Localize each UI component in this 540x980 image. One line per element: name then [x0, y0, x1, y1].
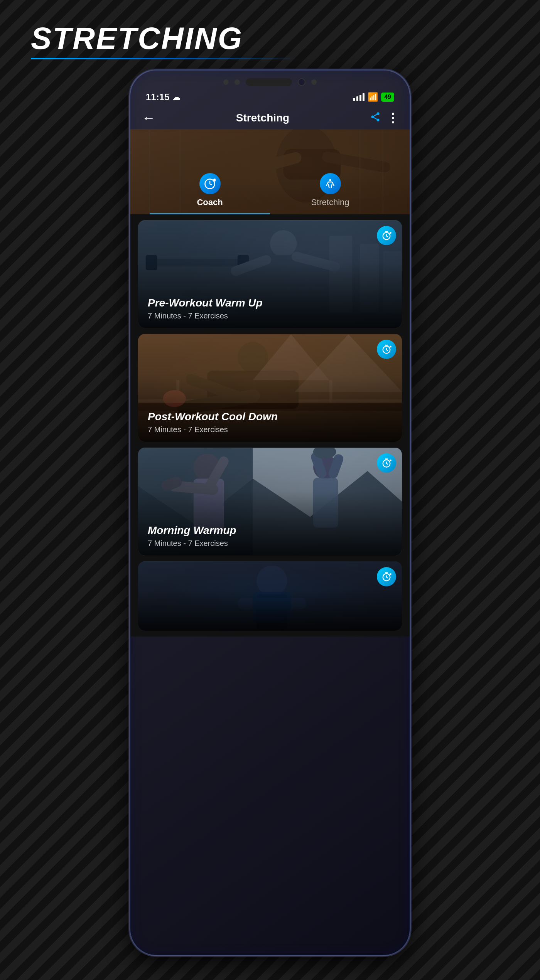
svg-point-16 — [329, 179, 331, 181]
phone-frame: 11:15 ☁ 📶 49 ← — [129, 69, 411, 956]
tab-stretching[interactable]: Stretching — [270, 173, 390, 214]
card-2-title: Post-Workout Cool Down — [148, 411, 392, 423]
card-3-timer-icon — [377, 453, 396, 473]
card-4-overlay — [138, 561, 402, 631]
battery-indicator: 49 — [381, 93, 394, 102]
notch-camera — [298, 78, 305, 86]
notch-dot-mid — [235, 79, 240, 85]
signal-bars — [353, 93, 364, 101]
card-3-subtitle: 7 Minutes - 7 Exercises — [148, 539, 392, 548]
notch-dot-left — [223, 79, 229, 85]
card-2-timer-icon — [377, 340, 396, 359]
svg-point-47 — [390, 346, 392, 348]
tab-coach[interactable]: Coach — [150, 173, 270, 214]
workout-card-4[interactable] — [138, 561, 402, 631]
status-bar: 11:15 ☁ 📶 49 — [130, 90, 410, 106]
coach-tab-label: Coach — [197, 197, 223, 207]
page-title: STRETCHING — [31, 23, 509, 54]
card-3-title: Morning Warmup — [148, 524, 392, 537]
back-button[interactable]: ← — [142, 110, 155, 126]
stretching-tab-icon — [320, 173, 341, 194]
more-options-icon[interactable]: ⋮ — [386, 112, 398, 124]
card-1-timer-icon — [377, 226, 396, 245]
notch-speaker — [246, 78, 292, 86]
signal-bar-3 — [359, 95, 361, 101]
share-icon[interactable] — [370, 111, 381, 125]
card-3-content: Morning Warmup 7 Minutes - 7 Exercises — [138, 517, 402, 556]
card-2-subtitle: 7 Minutes - 7 Exercises — [148, 425, 392, 434]
cards-list: Pre-Workout Warm Up 7 Minutes - 7 Exerci… — [130, 214, 410, 636]
workout-card-morning-warmup[interactable]: Morning Warmup 7 Minutes - 7 Exercises — [138, 448, 402, 556]
signal-bar-4 — [363, 93, 364, 101]
status-left: 11:15 ☁ — [146, 92, 180, 103]
svg-point-71 — [390, 573, 392, 575]
card-2-content: Post-Workout Cool Down 7 Minutes - 7 Exe… — [138, 403, 402, 442]
coach-tab-icon — [199, 173, 221, 194]
status-time: 11:15 — [146, 92, 169, 103]
svg-point-1 — [371, 115, 374, 118]
svg-point-30 — [390, 232, 392, 234]
signal-bar-2 — [356, 96, 358, 101]
page-wrapper: STRETCHING 11:15 ☁ — [0, 0, 540, 980]
title-underline — [31, 58, 301, 59]
header-section: STRETCHING — [0, 0, 540, 59]
svg-line-4 — [374, 114, 377, 116]
app-title-text: Stretching — [236, 112, 289, 124]
svg-point-2 — [377, 118, 380, 121]
status-right: 📶 49 — [353, 92, 394, 102]
card-1-title: Pre-Workout Warm Up — [148, 297, 392, 309]
card-1-content: Pre-Workout Warm Up 7 Minutes - 7 Exerci… — [138, 289, 402, 328]
workout-card-pre-workout[interactable]: Pre-Workout Warm Up 7 Minutes - 7 Exerci… — [138, 220, 402, 328]
app-topbar: ← Stretching ⋮ — [130, 106, 410, 130]
tabs-container: Coach Stretching — [130, 173, 410, 214]
hero-area: Coach Stretching — [130, 130, 410, 214]
phone-notch-area — [130, 71, 410, 90]
topbar-icons: ⋮ — [370, 111, 398, 125]
card-1-subtitle: 7 Minutes - 7 Exercises — [148, 312, 392, 320]
svg-line-3 — [374, 117, 377, 119]
wifi-icon: 📶 — [368, 92, 378, 102]
signal-bar-1 — [353, 98, 355, 101]
svg-point-63 — [390, 460, 392, 461]
stretching-tab-label: Stretching — [311, 197, 349, 207]
notch-dot-right — [311, 79, 317, 85]
svg-point-0 — [377, 112, 380, 115]
cloud-icon: ☁ — [172, 93, 180, 102]
workout-card-post-workout[interactable]: Post-Workout Cool Down 7 Minutes - 7 Exe… — [138, 334, 402, 442]
phone-container: 11:15 ☁ 📶 49 ← — [129, 69, 411, 956]
card-4-timer-icon — [377, 567, 396, 586]
